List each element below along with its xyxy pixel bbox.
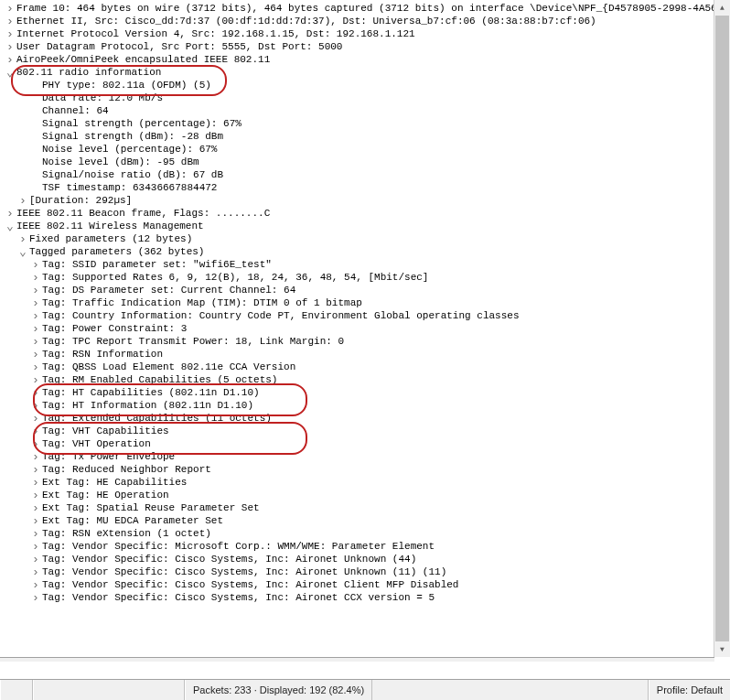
tree-row[interactable]: Tag: Vendor Specific: Cisco Systems, Inc… — [4, 591, 730, 604]
tree-row[interactable]: PHY type: 802.11a (OFDM) (5) — [4, 79, 730, 92]
expand-toggle[interactable] — [29, 527, 42, 540]
tree-label: Noise level (percentage): 67% — [42, 143, 217, 156]
expand-toggle[interactable] — [4, 2, 16, 15]
tree-row[interactable]: TSF timestamp: 63436667884472 — [4, 181, 730, 194]
scroll-down-arrow[interactable]: ▼ — [714, 641, 730, 657]
tree-row[interactable]: Tag: SSID parameter set: "wifi6E_test" — [4, 258, 730, 271]
tree-row[interactable]: IEEE 802.11 Wireless Management — [4, 220, 730, 232]
expand-toggle[interactable] — [29, 296, 42, 309]
expand-toggle[interactable] — [16, 194, 29, 207]
tree-row[interactable]: Ethernet II, Src: Cisco_dd:7d:37 (00:df:… — [4, 15, 730, 27]
expand-toggle[interactable] — [29, 284, 42, 296]
tree-row[interactable]: Tag: Power Constraint: 3 — [4, 322, 730, 335]
tree-row[interactable]: Tag: Vendor Specific: Cisco Systems, Inc… — [4, 565, 730, 578]
expand-toggle[interactable] — [29, 322, 42, 335]
expand-toggle[interactable] — [29, 361, 42, 373]
expand-toggle[interactable] — [29, 412, 42, 425]
expand-toggle[interactable] — [29, 514, 42, 527]
tree-row[interactable]: Ext Tag: MU EDCA Parameter Set — [4, 514, 730, 527]
tree-row[interactable]: Ext Tag: Spatial Reuse Parameter Set — [4, 501, 730, 514]
tree-row[interactable]: Tag: Vendor Specific: Microsoft Corp.: W… — [4, 540, 730, 553]
tree-row[interactable]: User Datagram Protocol, Src Port: 5555, … — [4, 40, 730, 53]
tree-row[interactable]: Tag: Reduced Neighbor Report — [4, 463, 730, 476]
expand-toggle[interactable] — [4, 15, 16, 27]
expand-toggle[interactable] — [16, 232, 29, 245]
tree-row[interactable]: Tag: Extended Capabilities (11 octets) — [4, 412, 730, 425]
collapse-toggle[interactable] — [16, 245, 29, 258]
expand-toggle[interactable] — [29, 463, 42, 476]
tree-row[interactable]: Tag: RSN eXtension (1 octet) — [4, 527, 730, 540]
tree-row[interactable]: Channel: 64 — [4, 104, 730, 117]
tree-label: Tag: Tx Power Envelope — [42, 450, 175, 463]
tree-label: TSF timestamp: 63436667884472 — [42, 181, 217, 194]
expand-toggle[interactable] — [29, 425, 42, 437]
tree-row[interactable]: Noise level (percentage): 67% — [4, 143, 730, 156]
expand-toggle[interactable] — [4, 40, 16, 53]
tree-row[interactable]: IEEE 802.11 Beacon frame, Flags: .......… — [4, 207, 730, 220]
tree-row[interactable]: Tag: Traffic Indication Map (TIM): DTIM … — [4, 296, 730, 309]
packet-details-tree[interactable]: Frame 10: 464 bytes on wire (3712 bits),… — [0, 0, 730, 608]
vertical-scrollbar[interactable]: ▲ ▼ — [714, 0, 730, 657]
tree-row[interactable]: Frame 10: 464 bytes on wire (3712 bits),… — [4, 2, 730, 15]
tree-row[interactable]: Tag: Vendor Specific: Cisco Systems, Inc… — [4, 553, 730, 565]
expand-toggle[interactable] — [29, 501, 42, 514]
tree-row[interactable]: Tag: Supported Rates 6, 9, 12(B), 18, 24… — [4, 271, 730, 284]
tree-row[interactable]: Ext Tag: HE Operation — [4, 489, 730, 501]
tree-row[interactable]: Tagged parameters (362 bytes) — [4, 245, 730, 258]
collapse-toggle[interactable] — [4, 220, 16, 232]
tree-row[interactable]: Tag: HT Capabilities (802.11n D1.10) — [4, 386, 730, 399]
expand-toggle[interactable] — [29, 565, 42, 578]
tree-row[interactable]: Tag: Tx Power Envelope — [4, 450, 730, 463]
tree-label: Ext Tag: HE Operation — [42, 489, 169, 501]
expand-toggle[interactable] — [4, 27, 16, 40]
tree-row[interactable]: Tag: HT Information (802.11n D1.10) — [4, 399, 730, 412]
tree-row[interactable]: Tag: VHT Capabilities — [4, 425, 730, 437]
tree-label: Tag: Traffic Indication Map (TIM): DTIM … — [42, 296, 362, 309]
tree-row[interactable]: 802.11 radio information — [4, 66, 730, 79]
expand-toggle[interactable] — [29, 258, 42, 271]
collapse-toggle[interactable] — [4, 66, 16, 79]
expand-toggle[interactable] — [29, 386, 42, 399]
tree-row[interactable]: Noise level (dBm): -95 dBm — [4, 156, 730, 168]
tree-label: Tag: HT Information (802.11n D1.10) — [42, 399, 253, 412]
scroll-up-arrow[interactable]: ▲ — [714, 0, 730, 16]
expand-toggle[interactable] — [4, 53, 16, 66]
expand-toggle[interactable] — [29, 450, 42, 463]
tree-row[interactable]: Signal strength (dBm): -28 dBm — [4, 130, 730, 143]
expand-toggle[interactable] — [29, 309, 42, 322]
status-profile[interactable]: Profile: Default — [649, 680, 730, 700]
expand-toggle[interactable] — [29, 591, 42, 604]
tree-row[interactable]: Tag: RSN Information — [4, 348, 730, 361]
tree-label: Tag: Vendor Specific: Microsoft Corp.: W… — [42, 540, 435, 553]
tree-row[interactable]: Data rate: 12.0 Mb/s — [4, 92, 730, 104]
tree-row[interactable]: Tag: TPC Report Transmit Power: 18, Link… — [4, 335, 730, 348]
tree-row[interactable]: Signal strength (percentage): 67% — [4, 117, 730, 130]
expand-toggle[interactable] — [29, 578, 42, 591]
tree-row[interactable]: [Duration: 292µs] — [4, 194, 730, 207]
expand-toggle[interactable] — [29, 437, 42, 450]
tree-row[interactable]: Fixed parameters (12 bytes) — [4, 232, 730, 245]
expand-toggle[interactable] — [29, 335, 42, 348]
tree-label: Ext Tag: MU EDCA Parameter Set — [42, 514, 223, 527]
tree-row[interactable]: Tag: Vendor Specific: Cisco Systems, Inc… — [4, 578, 730, 591]
expand-toggle[interactable] — [29, 348, 42, 361]
scrollbar-thumb[interactable] — [715, 16, 729, 641]
expand-toggle[interactable] — [29, 476, 42, 489]
tree-label: Tag: Vendor Specific: Cisco Systems, Inc… — [42, 565, 446, 578]
tree-row[interactable]: Signal/noise ratio (dB): 67 dB — [4, 168, 730, 181]
tree-row[interactable]: Tag: VHT Operation — [4, 437, 730, 450]
expand-toggle[interactable] — [29, 540, 42, 553]
expand-toggle[interactable] — [29, 271, 42, 284]
expand-toggle[interactable] — [29, 553, 42, 565]
tree-row[interactable]: Tag: Country Information: Country Code P… — [4, 309, 730, 322]
expand-toggle[interactable] — [29, 489, 42, 501]
expand-toggle[interactable] — [29, 399, 42, 412]
tree-row[interactable]: Tag: QBSS Load Element 802.11e CCA Versi… — [4, 361, 730, 373]
expand-toggle[interactable] — [29, 373, 42, 386]
tree-row[interactable]: Tag: RM Enabled Capabilities (5 octets) — [4, 373, 730, 386]
tree-row[interactable]: Ext Tag: HE Capabilities — [4, 476, 730, 489]
tree-row[interactable]: Internet Protocol Version 4, Src: 192.16… — [4, 27, 730, 40]
expand-toggle[interactable] — [4, 207, 16, 220]
tree-row[interactable]: AiroPeek/OmniPeek encapsulated IEEE 802.… — [4, 53, 730, 66]
tree-row[interactable]: Tag: DS Parameter set: Current Channel: … — [4, 284, 730, 296]
